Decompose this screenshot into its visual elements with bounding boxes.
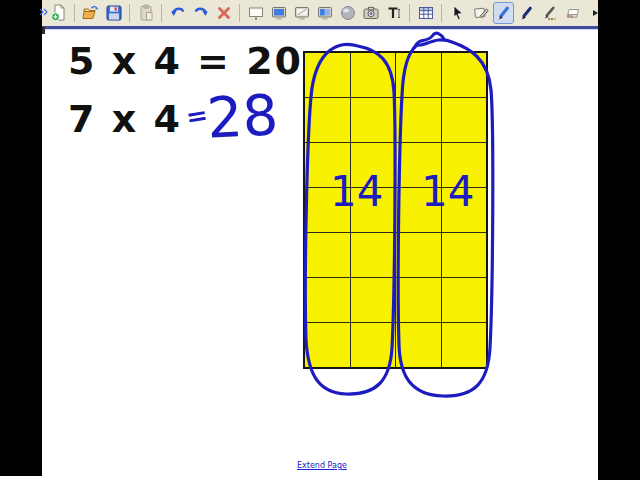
grid-cell [351, 53, 396, 97]
camera-icon [362, 4, 380, 22]
grid-cell [442, 53, 487, 97]
grid-cell [351, 233, 396, 277]
new-page-button[interactable] [48, 2, 69, 24]
open-folder-icon [82, 4, 100, 22]
grid-cell [396, 188, 441, 232]
grid-cell [442, 98, 487, 142]
whiteboard-screen-icon [247, 4, 265, 22]
letterbox-right [598, 0, 640, 480]
whiteboard-view-button[interactable] [245, 2, 266, 24]
grid-cell [442, 143, 487, 187]
grid-cell [396, 233, 441, 277]
toolbar-separator [161, 4, 162, 22]
toolbar [42, 0, 598, 26]
transparent-view-button[interactable] [291, 2, 312, 24]
grid-cell [396, 143, 441, 187]
toolbar-separator [129, 4, 130, 22]
grid-cell [396, 323, 441, 367]
creative-pen-button[interactable] [539, 2, 560, 24]
toolbar-separator [74, 4, 75, 22]
grid-cell [351, 323, 396, 367]
grid-cell [442, 188, 487, 232]
text-tool-button[interactable] [383, 2, 404, 24]
toolbar-separator [239, 4, 240, 22]
more-tools-button[interactable] [585, 2, 606, 24]
grid-cell [396, 53, 441, 97]
undo-arrow-icon [169, 4, 187, 22]
grid-cell [305, 233, 350, 277]
line-pen-icon [518, 4, 536, 22]
pen-icon [495, 4, 513, 22]
ink-answer-28: 28 [206, 87, 280, 147]
page-edge-tick-icon [42, 27, 45, 34]
line-pen-button[interactable] [516, 2, 537, 24]
shapes-tool-button[interactable] [470, 2, 491, 24]
grid-cell [351, 278, 396, 322]
save-floppy-icon [105, 4, 123, 22]
equation-line-2[interactable]: 7 x 4 [68, 100, 182, 138]
screen-capture-button[interactable] [360, 2, 381, 24]
pen-tool-button[interactable] [493, 2, 514, 24]
insert-table-button[interactable] [415, 2, 436, 24]
grid-cell [305, 278, 350, 322]
grid-cell [305, 53, 350, 97]
redo-arrow-icon [192, 4, 210, 22]
text-tool-icon [385, 4, 403, 22]
more-tools-caret-icon [591, 5, 601, 21]
paste-button[interactable] [135, 2, 156, 24]
extend-page-link[interactable]: Extend Page [297, 461, 347, 470]
select-tool-button[interactable] [447, 2, 468, 24]
dual-page-view-button[interactable] [314, 2, 335, 24]
fullscreen-view-button[interactable] [268, 2, 289, 24]
undo-button[interactable] [167, 2, 188, 24]
grid-cell [305, 98, 350, 142]
grid-cell [305, 323, 350, 367]
table-icon [417, 4, 435, 22]
paste-clipboard-icon [137, 4, 155, 22]
dual-display-icon [316, 4, 334, 22]
grid[interactable] [303, 51, 488, 369]
grid-cell [442, 233, 487, 277]
grid-cell [396, 278, 441, 322]
letterbox-left [0, 0, 42, 476]
toolbar-overflow-chevron-icon[interactable] [39, 7, 48, 18]
fullscreen-monitor-icon [270, 4, 288, 22]
toolbar-separator [441, 4, 442, 22]
grid-cell [305, 188, 350, 232]
ball-icon [339, 4, 357, 22]
grid-cell [442, 323, 487, 367]
open-file-button[interactable] [80, 2, 101, 24]
new-page-icon [50, 4, 68, 22]
grid-cell [305, 143, 350, 187]
eraser-icon [564, 4, 582, 22]
save-button[interactable] [103, 2, 124, 24]
redo-button[interactable] [190, 2, 211, 24]
grid-cell [351, 143, 396, 187]
grid-cell [351, 98, 396, 142]
delete-x-icon [215, 4, 233, 22]
delete-button[interactable] [213, 2, 234, 24]
cursor-arrow-icon [449, 4, 467, 22]
ball-tool-button[interactable] [337, 2, 358, 24]
shapes-pen-icon [472, 4, 490, 22]
transparent-screen-icon [293, 4, 311, 22]
equation-line-1[interactable]: 5 x 4 = 20 [68, 42, 303, 80]
grid-cell [442, 278, 487, 322]
creative-pen-icon [541, 4, 559, 22]
grid-cell [351, 188, 396, 232]
toolbar-separator [409, 4, 410, 22]
eraser-button[interactable] [562, 2, 583, 24]
grid-cell [396, 98, 441, 142]
